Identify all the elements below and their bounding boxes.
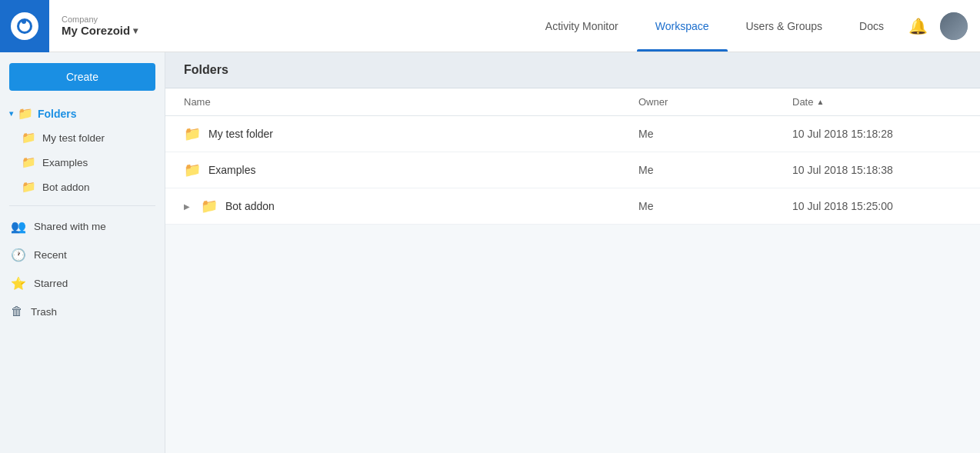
folders-label: Folders: [38, 108, 77, 120]
row-name-text: Bot addon: [225, 200, 275, 212]
row-name-text: My test folder: [208, 128, 273, 140]
create-button[interactable]: Create: [9, 63, 155, 91]
sidebar-item-recent[interactable]: 🕐 Recent: [0, 241, 165, 269]
expand-icon[interactable]: ▶: [184, 202, 190, 211]
company-info: Company My Corezoid ▾: [62, 15, 138, 37]
sidebar-label: Trash: [31, 306, 57, 318]
folders-section: ▾ 📁 Folders 📁 My test folder 📁 Examples …: [0, 102, 165, 199]
company-name[interactable]: My Corezoid ▾: [62, 24, 138, 37]
sidebar-label: Starred: [34, 278, 68, 289]
company-label: Company: [62, 15, 138, 24]
row-date-cell: 10 Jul 2018 15:25:00: [792, 200, 962, 212]
sidebar-item-starred[interactable]: ⭐ Starred: [0, 269, 165, 298]
header: Company My Corezoid ▾ Activity Monitor W…: [0, 0, 980, 52]
logo[interactable]: [0, 0, 49, 52]
table-row[interactable]: ▶ 📁 Bot addon Me 10 Jul 2018 15:25:00: [165, 188, 980, 225]
folders-table: Name Owner Date ▲ 📁 My test folder Me 10…: [165, 88, 980, 225]
chevron-down-icon: ▾: [9, 109, 13, 118]
sidebar: Create ▾ 📁 Folders 📁 My test folder 📁 Ex…: [0, 52, 165, 453]
shared-icon: 👥: [11, 219, 26, 234]
row-name-cell: ▶ 📁 Bot addon: [184, 198, 638, 215]
sidebar-item-shared-with-me[interactable]: 👥 Shared with me: [0, 212, 165, 241]
nav-item-users-groups[interactable]: Users & Groups: [728, 0, 842, 52]
main-layout: Create ▾ 📁 Folders 📁 My test folder 📁 Ex…: [0, 52, 980, 453]
sidebar-item-trash[interactable]: 🗑 Trash: [0, 298, 165, 325]
avatar[interactable]: [940, 12, 968, 40]
row-owner-cell: Me: [638, 200, 792, 212]
logo-icon: [17, 18, 32, 34]
nav-item-workspace[interactable]: Workspace: [637, 0, 728, 52]
col-header-owner: Owner: [638, 96, 792, 108]
folder-icon: 📁: [22, 180, 36, 194]
sidebar-divider: [9, 205, 155, 206]
sub-folders-list: 📁 My test folder 📁 Examples 📁 Bot addon: [0, 125, 165, 199]
avatar-image: [940, 12, 968, 40]
star-icon: ⭐: [11, 276, 26, 291]
folder-icon: 📁: [201, 198, 218, 215]
header-right: 🔔: [908, 12, 968, 40]
trash-icon: 🗑: [11, 305, 23, 318]
row-owner-cell: Me: [638, 128, 792, 140]
table-row[interactable]: 📁 My test folder Me 10 Jul 2018 15:18:28: [165, 116, 980, 152]
folder-icon: 📁: [18, 106, 33, 121]
col-header-name: Name: [184, 96, 638, 108]
col-header-date[interactable]: Date ▲: [792, 96, 962, 108]
row-name-cell: 📁 My test folder: [184, 125, 638, 142]
row-name-cell: 📁 Examples: [184, 162, 638, 178]
sidebar-label: Recent: [34, 249, 67, 261]
row-date-cell: 10 Jul 2018 15:18:38: [792, 164, 962, 176]
row-name-text: Examples: [208, 164, 255, 176]
folder-icon: 📁: [184, 125, 201, 142]
sidebar-item-bot-addon[interactable]: 📁 Bot addon: [12, 175, 165, 199]
recent-icon: 🕐: [11, 248, 26, 262]
content-section-title: Folders: [165, 52, 980, 88]
sidebar-label: Shared with me: [34, 221, 106, 232]
folder-icon: 📁: [22, 131, 36, 145]
folder-icon: 📁: [184, 162, 201, 178]
table-row[interactable]: 📁 Examples Me 10 Jul 2018 15:18:38: [165, 152, 980, 188]
logo-circle: [11, 12, 38, 40]
nav-item-activity-monitor[interactable]: Activity Monitor: [527, 0, 637, 52]
folder-icon: 📁: [22, 155, 36, 169]
notifications-button[interactable]: 🔔: [908, 17, 928, 35]
nav-item-docs[interactable]: Docs: [841, 0, 902, 52]
content-area: Folders Name Owner Date ▲ 📁 My test fold…: [165, 52, 980, 453]
folder-name: My test folder: [42, 132, 105, 144]
table-header-row: Name Owner Date ▲: [165, 88, 980, 116]
main-nav: Activity Monitor Workspace Users & Group…: [527, 0, 902, 52]
row-owner-cell: Me: [638, 164, 792, 176]
folders-header[interactable]: ▾ 📁 Folders: [0, 102, 165, 125]
row-date-cell: 10 Jul 2018 15:18:28: [792, 128, 962, 140]
sidebar-item-examples[interactable]: 📁 Examples: [12, 150, 165, 175]
sort-asc-icon: ▲: [816, 98, 824, 106]
folder-name: Bot addon: [42, 182, 90, 193]
chevron-down-icon: ▾: [133, 25, 138, 36]
sidebar-item-my-test-folder[interactable]: 📁 My test folder: [12, 125, 165, 150]
folder-name: Examples: [42, 157, 88, 168]
